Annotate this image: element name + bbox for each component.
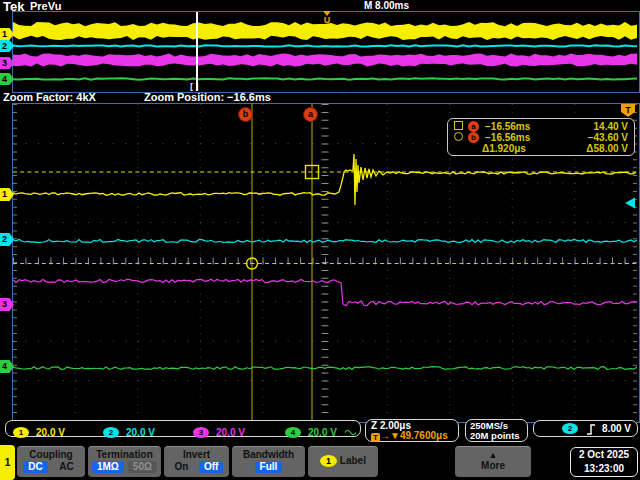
ch4-scale-readout[interactable]: 420.0 V	[285, 423, 357, 441]
label-button-text: Label	[340, 455, 366, 466]
coupling-title: Coupling	[17, 449, 85, 460]
cursor-delta-value: Δ58.00 V	[568, 143, 628, 154]
cursor-a-row: a −16.56ms 14.40 V	[454, 121, 628, 132]
trigger-source-badge: 2	[562, 423, 578, 434]
more-button-text: More	[455, 460, 531, 471]
label-channel-badge: 1	[320, 455, 337, 467]
ch1-badge: 1	[13, 427, 29, 438]
rising-edge-icon	[586, 424, 596, 435]
trigger-level-arrow	[625, 198, 635, 209]
termination-title: Termination	[88, 449, 161, 460]
main-timebase-readout: M 8.00ms	[364, 0, 409, 11]
coupling-dc-option[interactable]: DC	[23, 461, 47, 473]
cursor-a-time: −16.56ms	[485, 121, 557, 132]
ch4-badge: 4	[285, 427, 301, 438]
label-button[interactable]: 1 Label	[308, 446, 378, 477]
bottom-menu-bar: Coupling DC AC Termination 1MΩ 50Ω Inver…	[0, 443, 640, 480]
cursor-b-badge: b	[468, 132, 479, 143]
overview-ch4-trace	[13, 78, 637, 79]
overview-ch2-trace	[13, 45, 637, 46]
ac-wave-icon	[344, 428, 357, 437]
cursor-delta-row: Δ1.920μs Δ58.00 V	[454, 143, 628, 154]
svg-text:T: T	[625, 105, 631, 115]
cursor-b-row: b −16.56ms −43.60 V	[454, 132, 628, 143]
termination-button[interactable]: Termination 1MΩ 50Ω	[88, 446, 161, 477]
invert-on-option[interactable]: On	[170, 461, 194, 473]
invert-button[interactable]: Invert On Off	[164, 446, 229, 477]
cursor-b-circle-icon	[454, 132, 468, 143]
ch4-scale: 20.0 V	[308, 427, 337, 438]
datetime-box: 2 Oct 2025 13:23:00	[570, 447, 638, 477]
ch1-scale-readout[interactable]: 120.0 V	[13, 423, 65, 441]
zoom-timebase-box: Z 2.00μs T→▼49.7600μs	[365, 419, 459, 442]
termination-1mohm-option[interactable]: 1MΩ	[92, 461, 124, 473]
trigger-delay-readout: T→▼49.7600μs	[371, 431, 453, 442]
ch3-scale-readout[interactable]: 320.0 V	[193, 423, 245, 441]
bandwidth-title: Bandwidth	[232, 449, 305, 460]
cursor-a-value: 14.40 V	[557, 121, 628, 132]
ch2-scale: 20.0 V	[126, 427, 155, 438]
ch1-scale: 20.0 V	[36, 427, 65, 438]
overview-ch3-trace	[13, 53, 637, 66]
ch2-scale-readout[interactable]: 220.0 V	[103, 423, 155, 441]
trigger-position-marker-overview: U	[321, 11, 333, 24]
record-length-readout: 20M points	[470, 431, 523, 441]
channel1-menu-tab[interactable]: 1	[0, 445, 15, 480]
more-button[interactable]: ▲ More	[455, 446, 531, 477]
trigger-arrow-icon	[323, 11, 331, 16]
ch3-scale: 20.0 V	[216, 427, 245, 438]
main-ch4-trace	[13, 367, 637, 370]
coupling-ac-option[interactable]: AC	[54, 461, 78, 473]
ch2-badge: 2	[103, 427, 119, 438]
cursor-a-badge: a	[468, 121, 479, 132]
cursor-readout-box: a −16.56ms 14.40 V b −16.56ms −43.60 V Δ…	[447, 118, 635, 156]
main-ch2-trace	[13, 240, 637, 243]
zoom-window-indicator[interactable]	[196, 12, 198, 91]
main-ch1-trace	[13, 154, 636, 205]
trigger-level-readout: 8.00 V	[602, 424, 631, 434]
acquisition-box: 250MS/s 20M points	[465, 419, 528, 442]
termination-50ohm-option[interactable]: 50Ω	[128, 461, 157, 473]
oscilloscope-screen: Tek PreVu M 8.00ms U 1 2 3 4 [] Zoom Fac…	[0, 0, 640, 480]
cursor-a-square-icon	[454, 121, 468, 132]
bandwidth-full-option[interactable]: Full	[255, 461, 283, 473]
date-readout: 2 Oct 2025	[571, 448, 637, 462]
cursor-delta-time: Δ1.920μs	[482, 143, 568, 154]
invert-title: Invert	[164, 449, 229, 460]
more-arrow-icon: ▲	[455, 450, 531, 460]
time-readout: 13:23:00	[571, 462, 637, 476]
cursor-a-label[interactable]: a	[303, 107, 318, 122]
invert-off-option[interactable]: Off	[199, 461, 223, 473]
channel-scales-box: 120.0 V 220.0 V 320.0 V 420.0 V	[5, 420, 361, 437]
cursor-b-time: −16.56ms	[485, 132, 557, 143]
bandwidth-button[interactable]: Bandwidth Full	[232, 446, 305, 477]
trigger-t-icon: T	[371, 433, 380, 442]
cursor-b-label[interactable]: b	[238, 107, 253, 122]
trigger-box: 2 8.00 V	[533, 420, 638, 437]
cursor-b-value: −43.60 V	[557, 132, 628, 143]
ch3-badge: 3	[193, 427, 209, 438]
zoom-position-label: Zoom Position: −16.6ms	[144, 91, 271, 103]
coupling-button[interactable]: Coupling DC AC	[17, 446, 85, 477]
trigger-delay-value: →▼49.7600μs	[380, 430, 448, 441]
zoom-factor-label: Zoom Factor: 4kX	[3, 91, 96, 103]
